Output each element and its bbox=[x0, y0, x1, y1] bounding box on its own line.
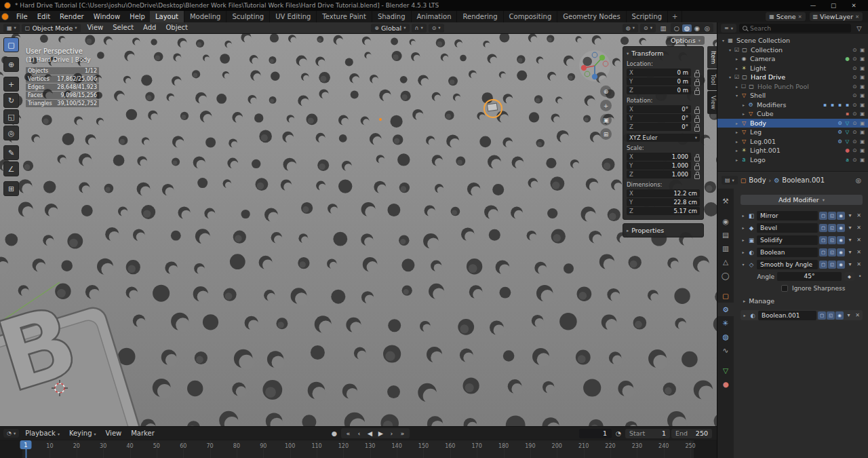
shading-wireframe-button[interactable]: ○ bbox=[672, 24, 682, 32]
extras-menu-icon[interactable]: ▾ bbox=[846, 237, 854, 243]
scene-selector[interactable]: ▦ Scene ✕ bbox=[766, 12, 805, 21]
menu-edit[interactable]: Edit bbox=[33, 11, 55, 22]
lock-icon[interactable] bbox=[693, 77, 700, 85]
end-frame-field[interactable]: End 250 bbox=[671, 429, 712, 438]
mod-icon[interactable]: ▪ bbox=[829, 102, 836, 108]
expand-arrow-icon[interactable]: ▸ bbox=[734, 66, 740, 71]
light-data-icon[interactable]: ● bbox=[844, 147, 851, 153]
transform-panel-header[interactable]: ▾ Transform bbox=[627, 49, 700, 58]
realtime-toggle-icon[interactable]: ◱ bbox=[827, 311, 835, 320]
mod-icon[interactable]: ▪ bbox=[821, 102, 829, 108]
properties-tab-object[interactable]: ▢ bbox=[717, 289, 734, 303]
modifier-name-field[interactable]: Boolean bbox=[757, 248, 818, 257]
render-toggle-icon[interactable]: ◉ bbox=[837, 212, 845, 220]
camera-icon[interactable]: ▣ bbox=[859, 65, 866, 71]
properties-tab-tool[interactable]: ⚒ bbox=[717, 194, 734, 208]
lock-icon[interactable] bbox=[693, 105, 700, 113]
viewport-menu-select[interactable]: Select bbox=[108, 22, 138, 33]
3d-viewport[interactable]: B Options ▾ ▢⊕+↻◱◎✎∠⊞ User Perspective (… bbox=[0, 34, 717, 426]
properties-tab-output[interactable]: ▤ bbox=[717, 228, 734, 242]
tool-measure[interactable]: ∠ bbox=[3, 161, 19, 176]
remove-modifier-icon[interactable]: ✕ bbox=[855, 225, 863, 231]
properties-tab-modifiers[interactable]: ⚙ bbox=[717, 303, 734, 316]
outliner-row-light[interactable]: ▸☀Light⊙▣ bbox=[717, 64, 868, 73]
properties-tab-object-data[interactable]: ▽ bbox=[717, 364, 734, 377]
camera-icon[interactable]: ▣ bbox=[859, 92, 866, 98]
outliner-row-modifiers[interactable]: ▸⚙Modifiers▪▪▪▪⊙▣ bbox=[717, 100, 868, 110]
expand-arrow-icon[interactable]: ▸ bbox=[734, 84, 740, 89]
play-button[interactable]: ▶ bbox=[376, 430, 386, 437]
workspace-tab-sculpting[interactable]: Sculpting bbox=[226, 11, 270, 22]
sidebar-tab-item[interactable]: Item bbox=[707, 46, 717, 69]
view-layer-selector[interactable]: ▥ ViewLayer ✕ bbox=[810, 12, 863, 21]
remove-modifier-icon[interactable]: ✕ bbox=[854, 312, 861, 318]
camera-icon[interactable]: ▣ bbox=[859, 147, 866, 153]
timeline-menu-view[interactable]: View bbox=[101, 427, 127, 439]
outliner-row-leg-001[interactable]: ▸▽Leg.001⚙▽⊙▣ bbox=[717, 137, 868, 147]
collection-checkbox-icon[interactable]: ☑ bbox=[733, 47, 741, 53]
outliner-row-body[interactable]: ▸▽Body⚙▽⊙▣ bbox=[717, 119, 868, 128]
field-location--x[interactable]: X0 m bbox=[627, 69, 691, 77]
edit-mode-toggle-icon[interactable]: ▢ bbox=[818, 311, 826, 320]
tool-select-box[interactable]: ▢ bbox=[3, 37, 19, 52]
modifier-name-field[interactable]: Solidify bbox=[757, 235, 818, 245]
camera-data-icon[interactable]: ● bbox=[844, 56, 851, 62]
blender-menu-icon[interactable] bbox=[1, 13, 9, 20]
start-frame-field[interactable]: Start 1 bbox=[625, 429, 670, 438]
properties-tab-scene[interactable]: △ bbox=[717, 255, 734, 269]
field-location--y[interactable]: Y0 m bbox=[627, 77, 691, 85]
expand-arrow-icon[interactable]: ▾ bbox=[734, 93, 740, 98]
mod-icon[interactable]: ▪ bbox=[836, 102, 844, 108]
workspace-tab-shading[interactable]: Shading bbox=[372, 11, 412, 22]
eye-icon[interactable]: ⊙ bbox=[851, 147, 859, 153]
field-scale--y[interactable]: Y1.000 bbox=[627, 161, 691, 170]
jump-start-button[interactable]: « bbox=[343, 430, 353, 437]
sidebar-tab-view[interactable]: View bbox=[707, 91, 717, 114]
modifier-boolean-001[interactable]: ▸◐Boolean.001▢◱◉▾✕ bbox=[741, 310, 863, 320]
render-toggle-icon[interactable]: ◉ bbox=[837, 261, 845, 269]
outliner-row-cube[interactable]: ▸▽Cube▪⊙▣ bbox=[717, 109, 868, 119]
eye-icon[interactable]: ⊙ bbox=[851, 56, 859, 62]
extras-menu-icon[interactable]: ▾ bbox=[846, 261, 854, 267]
render-toggle-icon[interactable]: ◉ bbox=[837, 248, 845, 256]
outliner-row-hard-drive[interactable]: ▾☑▢Hard Drive⊙▣ bbox=[717, 73, 868, 82]
outliner-search-input[interactable]: Search bbox=[739, 24, 851, 33]
expand-arrow-icon[interactable]: ▸ bbox=[742, 313, 747, 318]
expand-arrow-icon[interactable]: ▾ bbox=[727, 47, 733, 52]
timeline-editor-button[interactable]: ◔ ▾ bbox=[3, 429, 19, 438]
menu-window[interactable]: Window bbox=[89, 11, 125, 22]
transform-orientation-dropdown[interactable]: ⊕ Global ▾ bbox=[371, 24, 409, 33]
eye-icon[interactable]: ⊙ bbox=[851, 83, 859, 90]
add-modifier-button[interactable]: Add Modifier ▾ bbox=[741, 195, 863, 205]
expand-arrow-icon[interactable]: ▸ bbox=[734, 56, 740, 61]
wrench-icon[interactable]: ⚙ bbox=[836, 129, 844, 135]
viewport-menu-view[interactable]: View bbox=[83, 22, 108, 33]
modifier-smooth-by-angle[interactable]: ▾◇Smooth by Angle▢◱◉▾✕ bbox=[741, 259, 863, 269]
workspace-tab-texture-paint[interactable]: Texture Paint bbox=[317, 11, 372, 22]
camera-icon[interactable]: ▣ bbox=[859, 83, 866, 90]
outliner-row-logo[interactable]: ▸aLogoa⊙▣ bbox=[717, 155, 868, 165]
eye-icon[interactable]: ⊙ bbox=[851, 102, 859, 108]
properties-tab-constraints[interactable]: ∿ bbox=[717, 343, 734, 357]
lock-icon[interactable] bbox=[693, 161, 700, 170]
properties-panel[interactable]: ▸ Properties bbox=[623, 223, 704, 237]
preview-range-button[interactable]: ◔ bbox=[613, 430, 624, 437]
mesh-data-icon[interactable]: ▽ bbox=[844, 138, 851, 145]
add-workspace-button[interactable]: + bbox=[668, 11, 682, 22]
eye-icon[interactable]: ⊙ bbox=[851, 92, 859, 98]
eye-icon[interactable]: ⊙ bbox=[851, 138, 859, 145]
workspace-tab-uv-editing[interactable]: UV Editing bbox=[270, 11, 317, 22]
unlink-scene-icon[interactable]: ✕ bbox=[798, 14, 802, 20]
eye-icon[interactable]: ⊙ bbox=[851, 74, 859, 80]
eye-icon[interactable]: ⊙ bbox=[851, 129, 859, 135]
manage-panel-header[interactable]: ▸Manage bbox=[741, 296, 863, 306]
auto-keying-button[interactable]: ● bbox=[329, 430, 340, 437]
extras-menu-icon[interactable]: ▾ bbox=[845, 312, 852, 318]
modifier-solidify[interactable]: ▸▣Solidify▢◱◉▾✕ bbox=[741, 235, 863, 245]
bool-icon[interactable]: ▪ bbox=[844, 111, 851, 117]
eye-icon[interactable]: ⊙ bbox=[851, 157, 859, 163]
workspace-tab-geometry-nodes[interactable]: Geometry Nodes bbox=[557, 11, 626, 22]
outliner-row-hole-punch-pool[interactable]: ▸☐▢Hole Punch Pool⊙▣ bbox=[717, 82, 868, 92]
edit-mode-toggle-icon[interactable]: ▢ bbox=[819, 236, 827, 244]
camera-icon[interactable]: ▣ bbox=[859, 129, 866, 135]
